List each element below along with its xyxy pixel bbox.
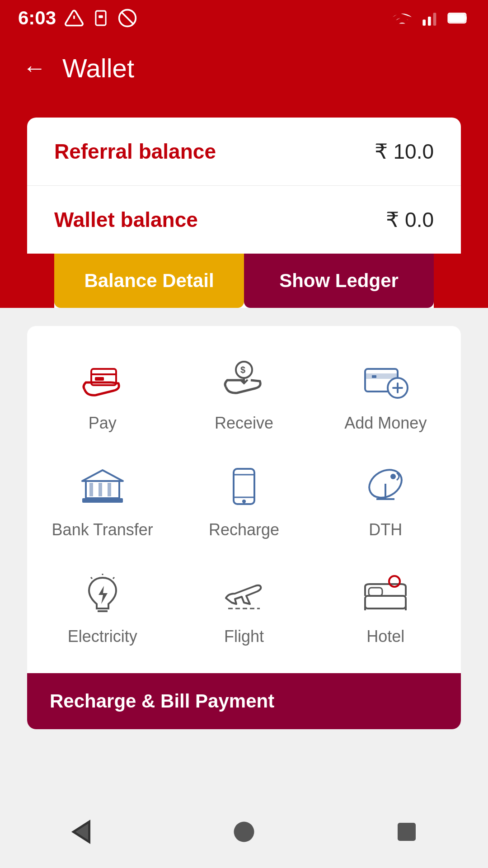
services-card: Pay $ Receive — [27, 326, 461, 729]
page-header: ← Wallet — [0, 36, 488, 99]
balance-card: Referral balance ₹ 10.0 Wallet balance ₹… — [27, 118, 461, 254]
svg-line-39 — [91, 577, 92, 579]
noads-icon — [117, 8, 137, 28]
recharge-icon — [217, 464, 271, 509]
svg-rect-42 — [365, 596, 406, 609]
bank-transfer-icon — [75, 464, 130, 509]
balance-detail-tab[interactable]: Balance Detail — [54, 254, 244, 308]
svg-line-5 — [122, 12, 133, 24]
status-time: 6:03 — [18, 7, 56, 29]
dth-label: DTH — [369, 520, 402, 539]
nav-back-button[interactable] — [59, 814, 104, 850]
svg-rect-3 — [99, 15, 103, 18]
flight-label: Flight — [224, 627, 264, 646]
wallet-balance-row: Wallet balance ₹ 0.0 — [27, 185, 461, 254]
svg-point-48 — [234, 822, 254, 842]
nav-recents-button[interactable] — [384, 814, 429, 850]
section-label: Recharge & Bill Payment — [27, 673, 461, 729]
balance-section: Referral balance ₹ 10.0 Wallet balance ₹… — [0, 99, 488, 308]
svg-rect-25 — [82, 498, 123, 503]
svg-rect-18 — [365, 373, 398, 379]
pay-service[interactable]: Pay — [32, 340, 173, 446]
wallet-balance-label: Wallet balance — [54, 208, 198, 232]
add-money-label: Add Money — [344, 414, 427, 433]
flight-icon — [217, 571, 271, 616]
battery-icon — [447, 10, 470, 26]
simcard-icon — [92, 8, 109, 28]
dth-icon — [358, 464, 413, 509]
referral-balance-row: Referral balance ₹ 10.0 — [27, 118, 461, 185]
svg-rect-26 — [89, 483, 93, 496]
svg-line-40 — [113, 577, 114, 579]
electricity-icon — [75, 571, 130, 616]
svg-marker-23 — [82, 470, 123, 481]
svg-rect-8 — [433, 13, 436, 25]
main-content: Pay $ Receive — [0, 308, 488, 747]
alert-icon — [64, 8, 84, 28]
referral-balance-label: Referral balance — [54, 139, 216, 164]
svg-rect-10 — [449, 14, 465, 22]
nav-bar — [0, 796, 488, 868]
page-title: Wallet — [62, 53, 134, 83]
receive-icon: $ — [217, 358, 271, 403]
signal-icon — [421, 8, 439, 28]
svg-rect-49 — [398, 823, 416, 841]
tab-row: Balance Detail Show Ledger — [54, 254, 434, 308]
status-bar: 6:03 — [0, 0, 488, 36]
svg-rect-7 — [428, 17, 431, 26]
svg-rect-43 — [369, 588, 382, 596]
electricity-service[interactable]: Electricity — [32, 553, 173, 660]
pay-icon — [75, 358, 130, 403]
svg-rect-28 — [108, 483, 111, 496]
add-money-service[interactable]: Add Money — [315, 340, 456, 446]
receive-label: Receive — [215, 414, 273, 433]
wifi-icon — [391, 9, 413, 27]
svg-point-35 — [390, 474, 396, 479]
hotel-service[interactable]: Hotel — [315, 553, 456, 660]
recharge-label: Recharge — [209, 520, 279, 539]
svg-marker-47 — [74, 822, 89, 842]
receive-service[interactable]: $ Receive — [173, 340, 314, 446]
nav-home-button[interactable] — [221, 814, 267, 850]
services-grid: Pay $ Receive — [27, 326, 461, 673]
bank-transfer-service[interactable]: Bank Transfer — [32, 446, 173, 553]
referral-balance-amount: ₹ 10.0 — [375, 139, 434, 164]
dth-service[interactable]: DTH — [315, 446, 456, 553]
hotel-label: Hotel — [366, 627, 404, 646]
recharge-service[interactable]: Recharge — [173, 446, 314, 553]
add-money-icon — [358, 358, 413, 403]
svg-point-32 — [242, 500, 246, 503]
electricity-label: Electricity — [68, 627, 137, 646]
hotel-icon — [358, 571, 413, 616]
show-ledger-tab[interactable]: Show Ledger — [244, 254, 434, 308]
svg-rect-6 — [422, 19, 426, 25]
svg-rect-27 — [99, 483, 102, 496]
pay-label: Pay — [89, 414, 117, 433]
wallet-balance-amount: ₹ 0.0 — [386, 208, 434, 232]
svg-rect-13 — [95, 377, 104, 381]
svg-rect-22 — [372, 375, 376, 378]
bank-transfer-label: Bank Transfer — [52, 520, 153, 539]
flight-service[interactable]: Flight — [173, 553, 314, 660]
back-button[interactable]: ← — [23, 56, 46, 80]
svg-point-44 — [389, 576, 400, 587]
svg-text:$: $ — [240, 365, 245, 375]
